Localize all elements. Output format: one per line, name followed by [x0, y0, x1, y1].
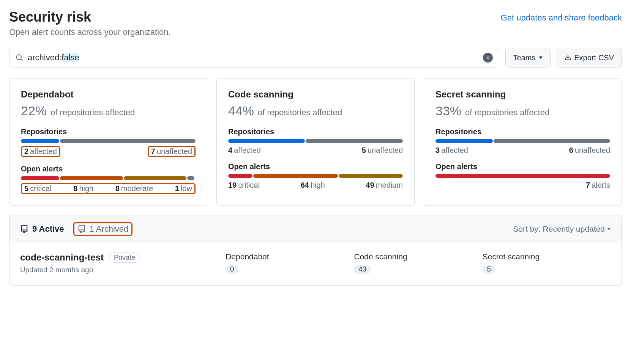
repos-label: Repositories [228, 127, 403, 136]
bar-seg-low [187, 176, 194, 180]
clear-search-button[interactable] [483, 53, 493, 63]
alert-num: 8 [115, 184, 120, 193]
bar-seg-unaffected [60, 139, 196, 143]
bar-seg-moderate [124, 176, 187, 180]
repos-bar [435, 139, 610, 143]
pct-label: of repositories affected [50, 108, 135, 118]
repo-updated: Updated 2 months ago [20, 266, 226, 274]
bar-seg-unaffected [306, 139, 403, 143]
bar-seg-high [253, 174, 338, 178]
bar-seg-high [60, 176, 123, 180]
alert-num: 7 [586, 181, 590, 189]
search-input[interactable]: archived:false [9, 48, 499, 67]
pct-value: 33% [435, 104, 461, 118]
dependabot-card: Dependabot 22% of repositories affected … [9, 78, 207, 206]
unaffected-txt: unaffected [575, 146, 610, 154]
tab-active[interactable]: 9 Active [20, 224, 64, 234]
tab-archived-label: 1 Archived [90, 224, 129, 234]
teams-label: Teams [513, 53, 536, 62]
alerts-label: Open alerts [21, 165, 196, 173]
search-highlight: false [62, 53, 79, 62]
code-scanning-card: Code scanning 44% of repositories affect… [216, 78, 415, 206]
pct-label: of repositories affected [465, 108, 549, 118]
feedback-link[interactable]: Get updates and share feedback [501, 13, 622, 23]
bar-seg-alerts [435, 174, 610, 178]
secret-scanning-card: Secret scanning 33% of repositories affe… [424, 78, 622, 206]
repos-bar [228, 139, 403, 143]
export-csv-button[interactable]: Export CSV [557, 48, 622, 67]
alerts-label: Open alerts [228, 162, 403, 171]
affected-num: 3 [435, 146, 440, 154]
bar-seg-affected [435, 139, 493, 143]
alerts-bar [21, 176, 196, 180]
alert-num: 49 [366, 181, 374, 189]
affected-highlight[interactable]: 2affected [21, 146, 60, 157]
unaffected-txt: unaffected [157, 147, 192, 155]
bar-seg-unaffected [494, 139, 610, 143]
repo-icon [20, 225, 28, 233]
archived-highlight[interactable]: 1 Archived [73, 222, 133, 236]
sort-dropdown[interactable]: Sort by: Recently updated [513, 224, 611, 234]
count-dependabot: 0 [226, 265, 238, 274]
alert-num: 8 [73, 184, 77, 193]
page-subtitle: Open alert counts across your organizati… [9, 27, 622, 37]
repo-panel: 9 Active 1 Archived Sort by: Recently up… [9, 215, 622, 286]
bar-seg-critical [21, 176, 59, 180]
affected-txt: affected [234, 146, 261, 154]
pct-value: 44% [228, 104, 254, 118]
bar-seg-affected [228, 139, 305, 143]
alert-txt: high [79, 184, 93, 193]
unaffected-highlight[interactable]: 7unaffected [148, 146, 196, 157]
unaffected-txt: unaffected [368, 146, 403, 154]
alerts-highlight[interactable]: 5critical 8high 8moderate 1low [21, 183, 196, 194]
bar-seg-medium [339, 174, 403, 178]
sort-label: Sort by: Recently updated [513, 224, 605, 234]
card-title: Code scanning [228, 89, 403, 100]
tab-active-label: 9 Active [32, 224, 64, 234]
alerts-bar [228, 174, 403, 178]
export-label: Export CSV [574, 53, 614, 62]
alert-txt: low [181, 184, 192, 193]
table-row[interactable]: code-scanning-test Private Updated 2 mon… [9, 243, 622, 285]
bar-seg-affected [21, 139, 59, 143]
card-title: Dependabot [21, 89, 196, 100]
tab-archived[interactable]: 1 Archived [77, 224, 129, 234]
alerts-bar [435, 174, 610, 178]
search-icon [16, 54, 23, 61]
alert-num: 64 [301, 181, 309, 189]
pct-label: of repositories affected [258, 108, 342, 118]
unaffected-num: 7 [151, 147, 155, 155]
col-code-scanning: Code scanning [354, 252, 482, 261]
col-secret-scanning: Secret scanning [483, 252, 611, 261]
teams-dropdown[interactable]: Teams [505, 48, 551, 67]
alerts-label: Open alerts [435, 162, 610, 171]
alert-txt: medium [376, 181, 403, 189]
alert-num: 1 [175, 184, 179, 193]
unaffected-num: 5 [362, 146, 366, 154]
repos-bar [21, 139, 196, 143]
visibility-badge: Private [109, 253, 140, 263]
affected-txt: affected [441, 146, 468, 154]
affected-txt: affected [30, 147, 57, 155]
count-code-scanning: 43 [354, 265, 371, 274]
alert-num: 5 [24, 184, 28, 193]
alert-txt: alerts [592, 181, 610, 189]
count-secret-scanning: 5 [483, 265, 495, 274]
page-title: Security risk [9, 9, 91, 25]
repo-icon [77, 225, 86, 233]
alert-txt: critical [30, 184, 52, 193]
pct-value: 22% [21, 104, 47, 118]
repo-name: code-scanning-test [20, 252, 104, 263]
alert-txt: moderate [121, 184, 153, 193]
download-icon [565, 54, 571, 61]
search-prefix: archived: [28, 53, 62, 62]
alert-txt: high [311, 181, 325, 189]
col-dependabot: Dependabot [226, 252, 354, 261]
card-title: Secret scanning [435, 89, 610, 100]
affected-num: 4 [228, 146, 232, 154]
unaffected-num: 6 [569, 146, 573, 154]
search-text: archived:false [28, 53, 483, 63]
bar-seg-critical [228, 174, 252, 178]
alert-txt: critical [238, 181, 260, 189]
repos-label: Repositories [435, 127, 610, 136]
